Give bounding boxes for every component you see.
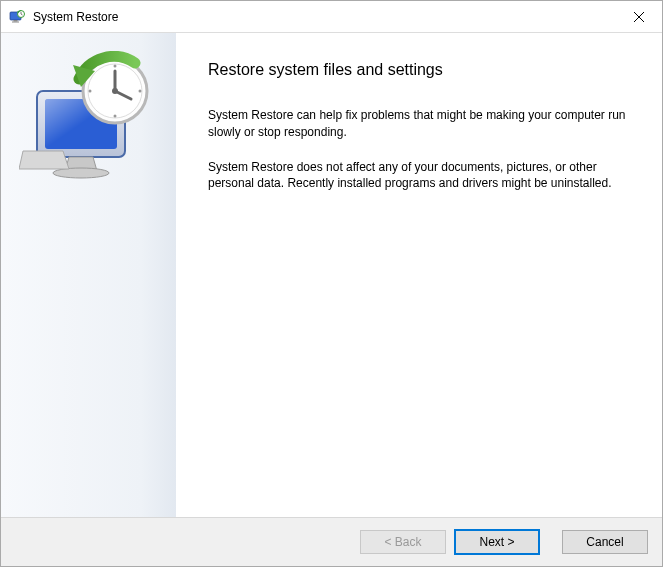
sidebar <box>1 33 176 517</box>
titlebar: System Restore <box>1 1 662 33</box>
cancel-button[interactable]: Cancel <box>562 530 648 554</box>
svg-rect-2 <box>12 21 19 22</box>
system-restore-app-icon <box>9 9 25 25</box>
svg-point-16 <box>138 90 141 93</box>
svg-rect-1 <box>14 20 18 22</box>
wizard-body: Restore system files and settings System… <box>1 33 662 517</box>
svg-point-12 <box>112 88 118 94</box>
page-heading: Restore system files and settings <box>208 61 634 79</box>
intro-paragraph-2: System Restore does not affect any of yo… <box>208 159 628 193</box>
intro-paragraph-1: System Restore can help fix problems tha… <box>208 107 628 141</box>
back-button: < Back <box>360 530 446 554</box>
main-content: Restore system files and settings System… <box>176 33 662 517</box>
svg-point-14 <box>113 115 116 118</box>
monitor-clock-restore-icon <box>19 51 159 205</box>
next-button[interactable]: Next > <box>454 529 540 555</box>
svg-point-15 <box>88 90 91 93</box>
wizard-footer: < Back Next > Cancel <box>1 517 662 566</box>
close-button[interactable] <box>616 1 662 32</box>
window-title: System Restore <box>33 10 616 24</box>
close-icon <box>634 12 644 22</box>
svg-point-13 <box>113 65 116 68</box>
